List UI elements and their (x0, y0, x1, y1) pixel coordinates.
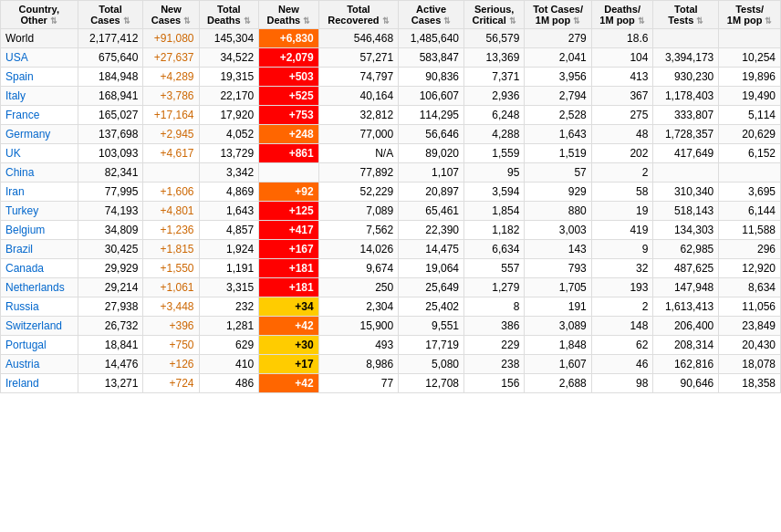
total-deaths: 1,643 (199, 202, 259, 221)
col-header-active-cases[interactable]: ActiveCases ⇅ (399, 1, 464, 29)
table-row: Italy 168,941 +3,786 22,170 +525 40,164 … (1, 87, 781, 106)
new-cases: +4,289 (143, 68, 199, 87)
col-header-total-deaths[interactable]: TotalDeaths ⇅ (199, 1, 259, 29)
country-link[interactable]: USA (5, 51, 28, 64)
tot-cases-per-1m: 2,528 (525, 106, 591, 125)
table-row: UK 103,093 +4,617 13,729 +861 N/A 89,020… (1, 144, 781, 163)
tests-per-1m: 23,849 (719, 317, 781, 336)
total-recovered: 77,000 (318, 125, 398, 144)
country-link[interactable]: UK (5, 147, 21, 160)
tests-per-1m: 11,056 (719, 297, 781, 317)
table-row: Spain 184,948 +4,289 19,315 +503 74,797 … (1, 68, 781, 87)
table-row: China 82,341 3,342 77,892 1,107 95 57 2 (1, 163, 781, 183)
table-row: Portugal 18,841 +750 629 +30 493 17,719 … (1, 336, 781, 355)
serious-critical: 6,634 (464, 240, 525, 259)
country-link[interactable]: China (5, 166, 34, 179)
country-link[interactable]: Turkey (5, 204, 38, 217)
country-link[interactable]: Belgium (5, 224, 45, 236)
country-cell: Italy (1, 87, 78, 106)
col-header-total-recovered[interactable]: TotalRecovered ⇅ (318, 1, 398, 29)
table-row: Switzerland 26,732 +396 1,281 +42 15,900… (1, 317, 781, 336)
new-deaths: +417 (259, 221, 319, 240)
total-cases: 675,640 (78, 48, 143, 68)
tests-per-1m: 12,920 (719, 259, 781, 278)
total-tests: 62,985 (653, 240, 719, 259)
active-cases: 14,475 (399, 240, 464, 259)
new-deaths: +42 (259, 317, 319, 336)
serious-critical: 4,288 (464, 125, 525, 144)
country-link[interactable]: Italy (5, 89, 26, 102)
table-row: Iran 77,995 +1,606 4,869 +92 52,229 20,8… (1, 183, 781, 202)
country-link[interactable]: Germany (5, 128, 50, 141)
total-deaths: 3,315 (199, 278, 259, 297)
serious-critical: 1,854 (464, 202, 525, 221)
total-cases: 18,841 (78, 336, 143, 355)
total-cases: 30,425 (78, 240, 143, 259)
country-link[interactable]: Austria (5, 358, 39, 370)
total-recovered: 32,812 (318, 106, 398, 125)
total-recovered: 15,900 (318, 317, 398, 336)
total-deaths: 34,522 (199, 48, 259, 68)
table-row: Turkey 74,193 +4,801 1,643 +125 7,089 65… (1, 202, 781, 221)
tests-per-1m: 5,114 (719, 106, 781, 125)
active-cases: 89,020 (399, 144, 464, 163)
tot-cases-per-1m: 3,003 (525, 221, 591, 240)
tot-cases-per-1m: 3,089 (525, 317, 591, 336)
deaths-per-1m: 58 (591, 183, 653, 202)
deaths-per-1m: 46 (591, 355, 653, 374)
country-link[interactable]: Spain (5, 70, 34, 83)
active-cases: 22,390 (399, 221, 464, 240)
total-cases: 29,214 (78, 278, 143, 297)
tot-cases-per-1m: 2,794 (525, 87, 591, 106)
total-tests: 206,400 (653, 317, 719, 336)
col-header-country[interactable]: Country,Other ⇅ (1, 1, 78, 29)
total-recovered: 52,229 (318, 183, 398, 202)
total-recovered: 7,562 (318, 221, 398, 240)
col-header-deaths-per-1m[interactable]: Deaths/1M pop ⇅ (591, 1, 653, 29)
country-link[interactable]: Iran (5, 185, 25, 198)
new-deaths: +125 (259, 202, 319, 221)
new-cases: +17,164 (143, 106, 199, 125)
col-header-tot-cases-per-1m[interactable]: Tot Cases/1M pop ⇅ (525, 1, 591, 29)
col-header-serious[interactable]: Serious,Critical ⇅ (464, 1, 525, 29)
active-cases: 5,080 (399, 355, 464, 374)
total-tests (653, 163, 719, 183)
country-link[interactable]: Brazil (5, 243, 33, 256)
total-deaths: 4,857 (199, 221, 259, 240)
total-recovered: 14,026 (318, 240, 398, 259)
new-deaths: +181 (259, 259, 319, 278)
tests-per-1m: 18,078 (719, 355, 781, 374)
col-header-total-tests[interactable]: TotalTests ⇅ (653, 1, 719, 29)
total-deaths: 1,281 (199, 317, 259, 336)
country-cell: China (1, 163, 78, 183)
tests-per-1m: 296 (719, 240, 781, 259)
world-country-cell: World (1, 29, 78, 48)
table-row: USA 675,640 +27,637 34,522 +2,079 57,271… (1, 48, 781, 68)
col-header-total-cases[interactable]: TotalCases ⇅ (78, 1, 143, 29)
total-tests: 1,613,413 (653, 297, 719, 317)
total-deaths: 1,191 (199, 259, 259, 278)
world-serious: 56,579 (464, 29, 525, 48)
country-link[interactable]: Portugal (5, 339, 47, 351)
col-header-tests-per-1m[interactable]: Tests/1M pop ⇅ (719, 1, 781, 29)
new-deaths: +248 (259, 125, 319, 144)
col-header-new-deaths[interactable]: NewDeaths ⇅ (259, 1, 319, 29)
total-recovered: 2,304 (318, 297, 398, 317)
country-link[interactable]: Switzerland (5, 319, 62, 332)
serious-critical: 7,371 (464, 68, 525, 87)
col-header-new-cases[interactable]: NewCases ⇅ (143, 1, 199, 29)
new-deaths: +503 (259, 68, 319, 87)
new-cases: +3,786 (143, 87, 199, 106)
total-recovered: 74,797 (318, 68, 398, 87)
country-link[interactable]: France (5, 109, 39, 121)
country-link[interactable]: Ireland (5, 377, 39, 390)
total-cases: 34,809 (78, 221, 143, 240)
world-active-cases: 1,485,640 (399, 29, 464, 48)
country-link[interactable]: Netherlands (5, 281, 65, 294)
country-link[interactable]: Canada (5, 262, 44, 275)
country-link[interactable]: Russia (5, 300, 39, 313)
tests-per-1m: 18,358 (719, 374, 781, 393)
tot-cases-per-1m: 880 (525, 202, 591, 221)
country-cell: France (1, 106, 78, 125)
serious-critical: 8 (464, 297, 525, 317)
